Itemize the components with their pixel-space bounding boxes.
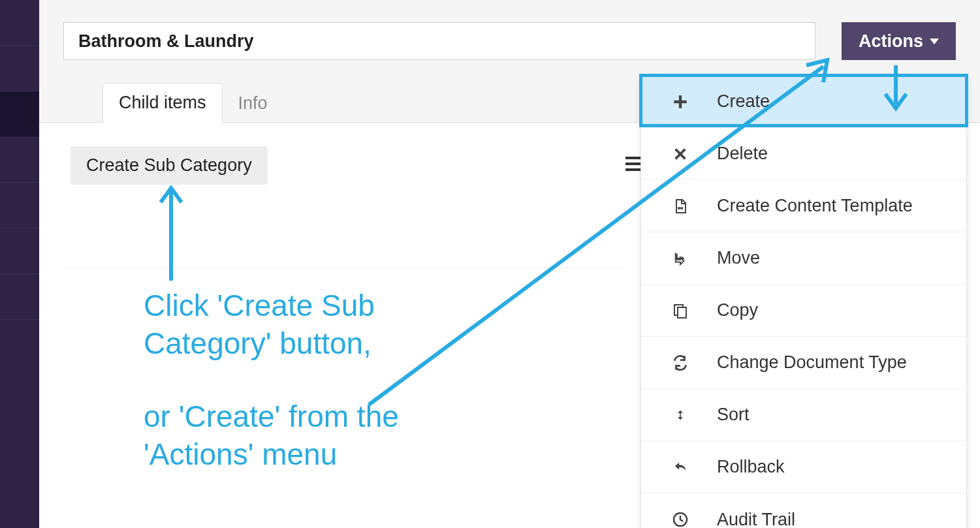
actions-button-label: Actions (859, 31, 923, 52)
sidebar-item-active[interactable] (0, 91, 39, 137)
sidebar-item[interactable] (0, 183, 39, 228)
actions-button[interactable]: Actions (842, 22, 956, 60)
clock-icon (670, 509, 691, 528)
sidebar-item[interactable] (0, 228, 39, 274)
menu-item-copy[interactable]: Copy (641, 285, 966, 337)
menu-item-label: Sort (717, 405, 750, 425)
change-icon (670, 352, 691, 373)
caret-down-icon (930, 39, 939, 44)
menu-item-label: Change Document Type (717, 352, 907, 373)
tabs: Child items Info (103, 83, 283, 123)
sort-icon (670, 405, 691, 426)
divider (63, 268, 625, 268)
tab-child-items[interactable]: Child items (103, 83, 223, 123)
plus-icon (670, 91, 691, 112)
annotation-text-2: or 'Create' from the 'Actions' menu (144, 398, 509, 473)
menu-item-label: Create Content Template (717, 196, 913, 216)
menu-item-label: Rollback (717, 457, 785, 477)
menu-item-rollback[interactable]: Rollback (641, 441, 966, 493)
svg-point-4 (678, 208, 680, 209)
x-icon (670, 144, 691, 164)
menu-item-label: Copy (717, 300, 758, 320)
menu-item-create-template[interactable]: Create Content Template (641, 180, 966, 232)
menu-item-label: Move (717, 248, 760, 268)
sidebar (0, 0, 39, 528)
menu-item-label: Create (717, 91, 770, 112)
sidebar-item[interactable] (0, 0, 39, 46)
create-sub-category-button[interactable]: Create Sub Category (71, 146, 268, 185)
menu-item-audit-trail[interactable]: Audit Trail (641, 493, 966, 528)
svg-rect-7 (678, 307, 686, 318)
menu-item-label: Delete (717, 144, 768, 164)
tab-info[interactable]: Info (223, 84, 283, 123)
menu-item-change-doctype[interactable]: Change Document Type (641, 337, 966, 389)
menu-item-sort[interactable]: Sort (641, 389, 966, 441)
actions-menu: Create Delete Create Content Template Mo… (640, 75, 967, 528)
menu-item-create[interactable]: Create (641, 76, 966, 128)
menu-item-move[interactable]: Move (641, 232, 966, 285)
template-icon (670, 196, 691, 217)
sidebar-item[interactable] (0, 137, 39, 183)
sidebar-item[interactable] (0, 274, 39, 320)
title-input[interactable] (63, 22, 815, 60)
annotation-text-1: Click 'Create Sub Category' button, (144, 287, 509, 362)
move-icon (670, 248, 691, 269)
menu-item-delete[interactable]: Delete (641, 128, 966, 180)
svg-rect-8 (680, 412, 681, 418)
menu-item-label: Audit Trail (717, 510, 795, 529)
sidebar-item[interactable] (0, 46, 39, 91)
svg-point-5 (681, 208, 682, 209)
copy-icon (670, 300, 691, 321)
rollback-icon (670, 457, 691, 478)
